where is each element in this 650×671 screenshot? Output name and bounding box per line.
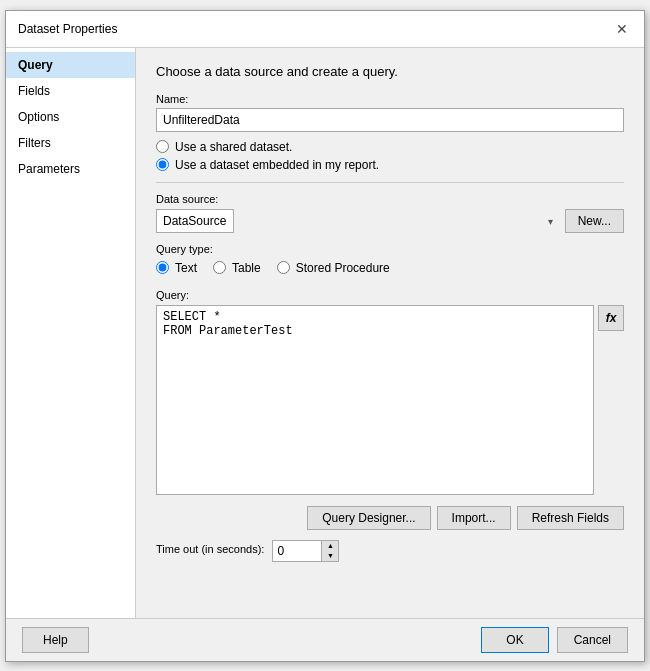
timeout-input[interactable] <box>272 540 322 562</box>
timeout-row: Time out (in seconds): ▲ ▼ <box>156 540 624 562</box>
spinner-buttons: ▲ ▼ <box>322 540 339 562</box>
import-button[interactable]: Import... <box>437 506 511 530</box>
ok-button[interactable]: OK <box>481 627 548 653</box>
radio-table-label[interactable]: Table <box>232 261 261 275</box>
title-bar: Dataset Properties ✕ <box>6 11 644 48</box>
new-datasource-button[interactable]: New... <box>565 209 624 233</box>
radio-stored-row: Stored Procedure <box>277 261 390 275</box>
sidebar-item-options[interactable]: Options <box>6 104 135 130</box>
dataset-type-radio-group: Use a shared dataset. Use a dataset embe… <box>156 140 624 172</box>
spinner-down-button[interactable]: ▼ <box>322 551 338 561</box>
separator <box>156 182 624 183</box>
query-type-label: Query type: <box>156 243 624 255</box>
radio-embedded-row: Use a dataset embedded in my report. <box>156 158 624 172</box>
timeout-spinner: ▲ ▼ <box>272 540 339 562</box>
main-content: Choose a data source and create a query.… <box>136 48 644 618</box>
sidebar-item-query[interactable]: Query <box>6 52 135 78</box>
radio-query-text[interactable] <box>156 261 169 274</box>
dialog-footer: Help OK Cancel <box>6 618 644 661</box>
datasource-select[interactable]: DataSource <box>156 209 234 233</box>
sidebar-item-filters[interactable]: Filters <box>6 130 135 156</box>
close-button[interactable]: ✕ <box>612 19 632 39</box>
dataset-properties-dialog: Dataset Properties ✕ Query Fields Option… <box>5 10 645 662</box>
sidebar: Query Fields Options Filters Parameters <box>6 48 136 618</box>
sidebar-item-parameters[interactable]: Parameters <box>6 156 135 182</box>
query-textarea[interactable]: SELECT * FROM ParameterTest <box>156 305 594 495</box>
datasource-select-wrapper: DataSource <box>156 209 559 233</box>
name-input[interactable] <box>156 108 624 132</box>
radio-text-label[interactable]: Text <box>175 261 197 275</box>
name-label: Name: <box>156 93 624 105</box>
dialog-title: Dataset Properties <box>18 22 117 36</box>
radio-stored-label[interactable]: Stored Procedure <box>296 261 390 275</box>
help-button[interactable]: Help <box>22 627 89 653</box>
radio-shared[interactable] <box>156 140 169 153</box>
dialog-body: Query Fields Options Filters Parameters … <box>6 48 644 618</box>
query-area-wrapper: SELECT * FROM ParameterTest fx <box>156 305 624 498</box>
spinner-up-button[interactable]: ▲ <box>322 541 338 551</box>
query-type-row: Text Table Stored Procedure <box>156 261 624 279</box>
footer-right-buttons: OK Cancel <box>481 627 628 653</box>
radio-table-row: Table <box>213 261 261 275</box>
action-buttons-row: Query Designer... Import... Refresh Fiel… <box>156 506 624 530</box>
datasource-label: Data source: <box>156 193 624 205</box>
radio-text-row: Text <box>156 261 197 275</box>
cancel-button[interactable]: Cancel <box>557 627 628 653</box>
query-designer-button[interactable]: Query Designer... <box>307 506 430 530</box>
radio-shared-label[interactable]: Use a shared dataset. <box>175 140 292 154</box>
radio-shared-row: Use a shared dataset. <box>156 140 624 154</box>
query-label: Query: <box>156 289 624 301</box>
sidebar-item-fields[interactable]: Fields <box>6 78 135 104</box>
datasource-row: DataSource New... <box>156 209 624 233</box>
radio-embedded-label[interactable]: Use a dataset embedded in my report. <box>175 158 379 172</box>
fx-button[interactable]: fx <box>598 305 624 331</box>
radio-query-stored[interactable] <box>277 261 290 274</box>
radio-embedded[interactable] <box>156 158 169 171</box>
radio-query-table[interactable] <box>213 261 226 274</box>
refresh-fields-button[interactable]: Refresh Fields <box>517 506 624 530</box>
timeout-label: Time out (in seconds): <box>156 543 264 555</box>
section-title: Choose a data source and create a query. <box>156 64 624 79</box>
